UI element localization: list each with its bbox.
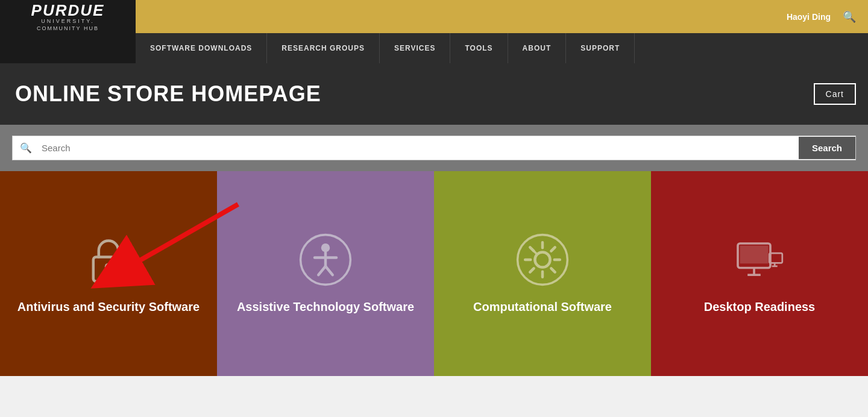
page-title: ONLINE STORE HOMEPAGE [15,81,321,107]
nav-software-downloads[interactable]: SOFTWARE DOWNLOADS [136,33,267,63]
settings-gear-icon [515,233,570,287]
nav-support[interactable]: SUPPORT [566,33,635,63]
category-antivirus-label: Antivirus and Security Software [17,299,200,315]
desktop-icon [732,233,787,287]
category-assistive-label: Assistive Technology Software [237,299,414,315]
search-icon: 🔍 [13,136,39,160]
nav-services[interactable]: SERVICES [380,33,450,63]
logo-community-hub: COMMUNITY HUB [31,25,105,31]
logo-purdue: PURDUE [31,2,105,18]
cart-button[interactable]: Cart [814,83,856,105]
header-search-icon[interactable]: 🔍 [843,10,856,24]
search-input[interactable] [39,137,799,159]
header-right-bar: Haoyi Ding 🔍 [136,0,868,33]
categories-container: Antivirus and Security Software Assistiv… [0,171,868,376]
username-display: Haoyi Ding [787,12,831,22]
category-assistive[interactable]: Assistive Technology Software [217,171,434,376]
svg-line-7 [318,266,326,275]
category-computational-label: Computational Software [473,299,612,315]
nav-bar: SOFTWARE DOWNLOADS RESEARCH GROUPS SERVI… [0,33,868,63]
category-antivirus[interactable]: Antivirus and Security Software [0,171,217,376]
category-computational[interactable]: Computational Software [434,171,651,376]
svg-rect-2 [107,269,110,274]
logo-university: UNIVERSITY. [31,18,105,24]
nav-items: SOFTWARE DOWNLOADS RESEARCH GROUPS SERVI… [136,33,868,63]
page-title-area: ONLINE STORE HOMEPAGE Cart [0,63,868,125]
nav-research-groups[interactable]: RESEARCH GROUPS [267,33,380,63]
search-button[interactable]: Search [799,137,855,159]
svg-line-8 [326,266,333,275]
lock-icon [81,233,136,287]
category-desktop[interactable]: Desktop Readiness [651,171,868,376]
categories-grid: Antivirus and Security Software Assistiv… [0,171,868,376]
logo: PURDUE UNIVERSITY. COMMUNITY HUB [0,0,136,33]
search-area: 🔍 Search [0,125,868,171]
nav-tools[interactable]: TOOLS [450,33,508,63]
nav-about[interactable]: ABOUT [508,33,567,63]
accessibility-icon [298,233,353,287]
category-desktop-label: Desktop Readiness [704,299,816,315]
svg-rect-13 [740,246,769,264]
search-bar: 🔍 Search [12,136,856,160]
